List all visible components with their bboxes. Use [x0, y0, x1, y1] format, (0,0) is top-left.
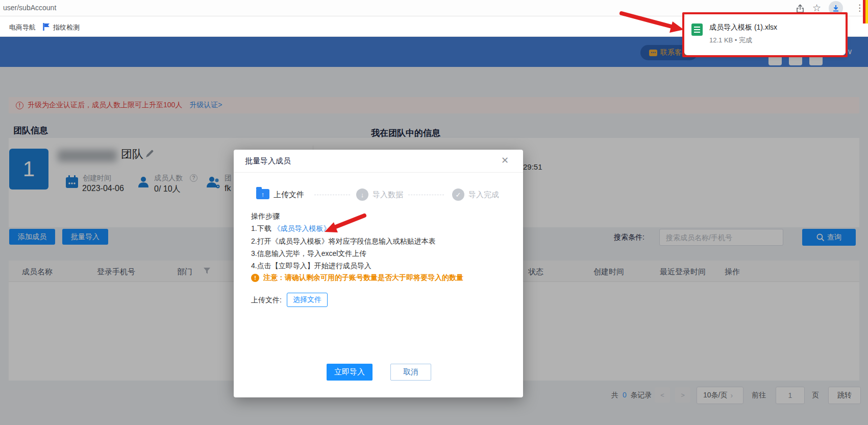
step-upload-label: 上传文件 — [274, 190, 304, 200]
upload-file-step-icon: ↑ — [256, 189, 269, 199]
import-done-step-icon: ✓ — [452, 188, 464, 201]
annotation-box-download — [682, 12, 848, 57]
notice-text: 注意：请确认剩余可用的子账号数量是否大于即将要导入的数量 — [263, 273, 463, 282]
import-data-step-icon: ↓ — [356, 188, 368, 201]
download-icon — [832, 4, 840, 12]
notice-row: ! 注意：请确认剩余可用的子账号数量是否大于即将要导入的数量 — [251, 273, 463, 282]
step-connector — [408, 195, 444, 195]
address-bar-text[interactable]: user/subAccount — [3, 4, 56, 12]
upload-file-label: 上传文件: — [251, 296, 282, 305]
screen-edge-yellow-strip — [865, 0, 868, 23]
bookmark-item[interactable]: 指纹检测 — [53, 23, 80, 32]
modal-close-icon[interactable]: ✕ — [501, 155, 509, 166]
step-line-3: 3.信息输入完毕，导入excel文件上传 — [251, 249, 366, 258]
cancel-button[interactable]: 取消 — [390, 364, 431, 381]
step-import-label: 导入数据 — [373, 190, 403, 200]
step1-prefix: 1.下载 — [251, 224, 274, 232]
notice-warning-icon: ! — [251, 274, 259, 282]
import-now-button[interactable]: 立即导入 — [327, 364, 373, 381]
batch-import-modal: 批量导入成员 ✕ ↑ 上传文件 ↓ 导入数据 ✓ 导入完成 操作步骤 1.下载 … — [234, 150, 523, 397]
annotation-arrow-template-link — [317, 210, 368, 239]
bookmark-item[interactable]: 电商导航 — [9, 23, 36, 32]
steps-heading: 操作步骤 — [251, 212, 280, 221]
modal-title: 批量导入成员 — [245, 156, 291, 166]
modal-header-divider — [234, 172, 523, 173]
flag-favicon-icon — [43, 23, 49, 31]
choose-file-button[interactable]: 选择文件 — [287, 293, 328, 307]
annotation-arrow-download — [618, 8, 686, 36]
step-done-label: 导入完成 — [468, 190, 499, 200]
step-connector — [314, 195, 350, 195]
step-line-4: 4.点击【立即导入】开始进行成员导入 — [251, 262, 371, 271]
